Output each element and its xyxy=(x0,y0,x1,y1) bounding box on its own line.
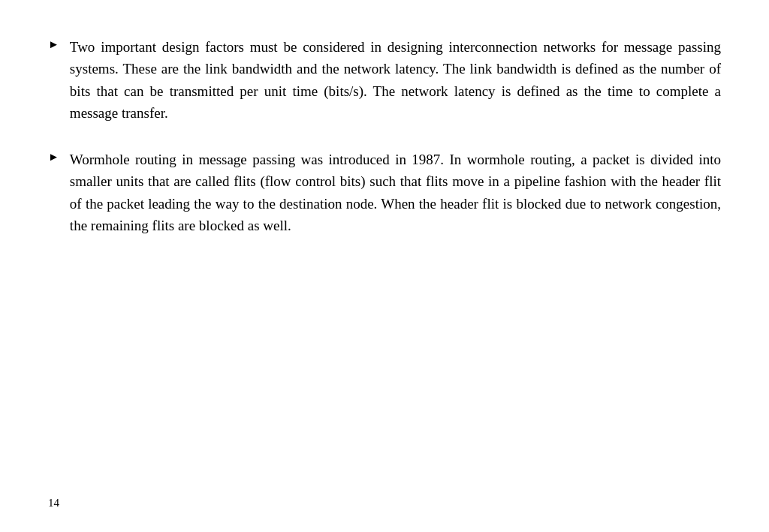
bullet-arrow-icon: ► xyxy=(48,38,59,51)
bullet-arrow-icon: ► xyxy=(48,151,59,164)
bullet-text-2: Wormhole routing in message passing was … xyxy=(70,149,721,237)
slide-container: ► Two important design factors must be c… xyxy=(0,0,769,532)
page-number: 14 xyxy=(48,497,59,509)
bullet-list: ► Two important design factors must be c… xyxy=(48,36,721,496)
list-item: ► Two important design factors must be c… xyxy=(48,36,721,125)
list-item: ► Wormhole routing in message passing wa… xyxy=(48,149,721,237)
bullet-text-1: Two important design factors must be con… xyxy=(70,36,721,125)
